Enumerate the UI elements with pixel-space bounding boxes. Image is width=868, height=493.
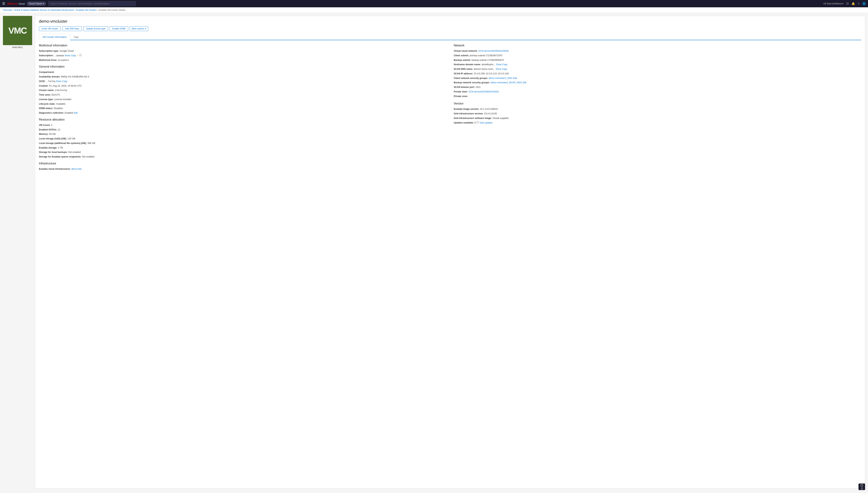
updates-available-label: Updates available:	[454, 121, 474, 125]
license-type-row: License type: License included	[39, 98, 447, 101]
timezone-label: Time zone:	[39, 93, 51, 97]
scan-port-row: SCAN listener port: 1521	[454, 85, 861, 89]
local-storage-add-row: Local storage (additional file systems) …	[39, 142, 447, 145]
grid-infra-label: Grid infrastructure version:	[454, 112, 483, 115]
page-title: demo-vmcluster	[39, 19, 861, 24]
more-actions-button[interactable]: More actions ▾	[130, 26, 148, 31]
warning-icon: ⚠	[77, 54, 79, 57]
ocid-show-link[interactable]: Show	[56, 80, 61, 83]
created-value: Fri, Aug 16, 2024, 14:39:42 UTC	[49, 84, 82, 88]
memory-row: Memory: 60 GB	[39, 132, 447, 136]
scan-dns-show-link[interactable]: Show	[496, 67, 501, 71]
nav-right-controls: US East (Ashburn) ▾ ☷ 🔔 ? 🌐	[823, 2, 866, 5]
resource-allocation-section: Resource allocation VM Count: 2 Enabled …	[39, 118, 447, 158]
update-license-type-button[interactable]: Update license type	[83, 26, 108, 31]
iorm-status-label: IORM status:	[39, 107, 53, 110]
breadcrumb-exadata-service[interactable]: Oracle Exadata Database Service on Dedic…	[14, 9, 74, 11]
client-nsg-label: Client network security groups:	[454, 77, 488, 80]
scan-dns-copy-link[interactable]: Copy	[502, 67, 507, 71]
network-section-title: Network	[454, 44, 861, 47]
local-backups-value: Not enabled	[68, 151, 81, 154]
infrastructure-section: Infrastructure Exadata cloud infrastruct…	[39, 162, 447, 171]
info-icon: i	[79, 54, 82, 56]
enable-iorm-button[interactable]: Enable IORM	[110, 26, 128, 31]
view-updates-link[interactable]: View updates	[479, 121, 493, 125]
dot1	[861, 488, 862, 488]
cloud-classic-pill[interactable]: Cloud Classic ▾	[27, 2, 46, 6]
timezone-row: Time zone: Etc/UTC	[39, 93, 447, 97]
tabs: VM Cluster Information Tags	[39, 34, 861, 40]
region-label: US East (Ashburn)	[823, 2, 842, 5]
region-selector[interactable]: US East (Ashburn) ▾	[823, 2, 843, 5]
breadcrumb: Overview › Oracle Exadata Database Servi…	[0, 7, 868, 13]
tab-tags[interactable]: Tags	[70, 34, 82, 40]
availability-domain-row: Availability domain: BWQr:US-ASHBURN-AD-…	[39, 75, 447, 79]
private-view-row: Private view: VCN-service20240816104441	[454, 90, 861, 93]
question-icon[interactable]: ?	[858, 2, 860, 5]
breadcrumb-current: Exadata VM Cluster Details	[99, 9, 126, 11]
backup-nsg-link[interactable]: demo-vmcluster2_BCKP_NSG	[491, 81, 522, 84]
hostname-copy-link[interactable]: Copy	[502, 63, 507, 66]
dot4	[862, 489, 863, 490]
global-search-input[interactable]	[48, 1, 136, 6]
client-subnet-label: Client subnet:	[454, 54, 469, 57]
breadcrumb-overview[interactable]: Overview	[3, 9, 12, 11]
sparse-snapshots-value: Not enabled	[82, 155, 94, 158]
client-subnet-value: primary-subnet-1723819071870	[470, 54, 502, 57]
ocid-copy-link[interactable]: Copy	[62, 80, 67, 83]
ocid-row: OCID: ...7xx7xq Show Copy	[39, 80, 447, 83]
chevron-down-icon: ▾	[842, 2, 843, 5]
cluster-name-label: Cluster name:	[39, 89, 54, 92]
private-view-label: Private view:	[454, 90, 468, 93]
hostname-show-link[interactable]: Show	[496, 63, 502, 66]
vcn-link[interactable]: VCN-service20240816104441	[478, 49, 509, 53]
globe-icon[interactable]: 🌐	[862, 2, 866, 5]
backup-nsg-label: Backup network security groups:	[454, 81, 490, 84]
breadcrumb-vm-clusters[interactable]: Exadata VM Clusters	[76, 9, 96, 11]
grid-infra-software-value: Oracle supplied	[493, 116, 508, 120]
local-storage-add-value: 368 GB	[87, 142, 95, 145]
diagnostics-label: Diagnostics collection:	[39, 111, 64, 115]
memory-label: Memory:	[39, 132, 48, 136]
multicloud-zone-value: us-east4-a	[58, 59, 69, 62]
backup-nsg-edit-link[interactable]: Edit	[523, 81, 526, 84]
bell-icon[interactable]: 🔔	[851, 2, 855, 5]
grid-infra-value: 23.4.0.24.05	[484, 112, 497, 115]
lifecycle-state-value: Available	[56, 102, 65, 106]
enabled-ocpus-label: Enabled OCPUs:	[39, 128, 57, 131]
dot3	[861, 489, 862, 490]
backup-nsg-row: Backup network security groups: demo-vmc…	[454, 81, 861, 84]
dropdown-arrow-icon: ▾	[145, 27, 146, 30]
chevron-down-icon: ▾	[43, 2, 44, 5]
client-nsg-edit-link[interactable]: Edit	[513, 77, 517, 80]
add-ssh-keys-button[interactable]: Add SSH keys	[62, 26, 82, 31]
hamburger-icon[interactable]: ☰	[2, 2, 5, 6]
private-view-link[interactable]: VCN-service20240816104441	[468, 90, 499, 93]
scale-vm-cluster-button[interactable]: Scale VM cluster	[39, 26, 61, 31]
hostname-label: Hostname domain name:	[454, 63, 481, 66]
scan-ip-value: 10.3.0.209, 10.3.0.113, 10.3.0.140	[474, 72, 509, 76]
subscription-copy-link[interactable]: Copy	[71, 54, 76, 57]
multicloud-zone-row: Multicloud Zone: us-east4-a	[39, 59, 447, 62]
diagnostics-edit-link[interactable]: Edit	[74, 111, 78, 115]
cluster-name-value: cl-bo7xx7xq	[55, 89, 67, 92]
grid-infra-row: Grid infrastructure version: 23.4.0.24.0…	[454, 112, 861, 115]
updates-available-count: 6	[475, 121, 476, 125]
vcn-label: Virtual cloud network:	[454, 49, 478, 53]
sparse-snapshots-row: Storage for Exadata sparse snapshots: No…	[39, 155, 447, 158]
grid-icon[interactable]: ☷	[846, 2, 849, 5]
exadata-storage-row: Exadata storage: 2 TB	[39, 146, 447, 150]
dot2	[862, 488, 863, 488]
sparse-snapshots-label: Storage for Exadata sparse snapshots:	[39, 155, 81, 158]
local-backups-label: Storage for local backups:	[39, 151, 68, 154]
exadata-infra-link[interactable]: demo-infa	[71, 167, 82, 171]
client-nsg-link[interactable]: demo-vmcluster2_NSG	[489, 77, 513, 80]
help-widget[interactable]	[859, 484, 865, 490]
subscription-type-label: Subscription type:	[39, 49, 59, 53]
resource-status: AVAILABLE	[12, 46, 23, 48]
local-storage-u02-value: 120 GB	[68, 137, 75, 141]
subscription-show-link[interactable]: Show	[65, 54, 70, 57]
tab-vm-cluster-info[interactable]: VM Cluster Information	[39, 34, 70, 40]
iorm-status-value: Disabled	[54, 107, 63, 110]
multicloud-section: Multicloud information Subscription type…	[39, 44, 447, 62]
